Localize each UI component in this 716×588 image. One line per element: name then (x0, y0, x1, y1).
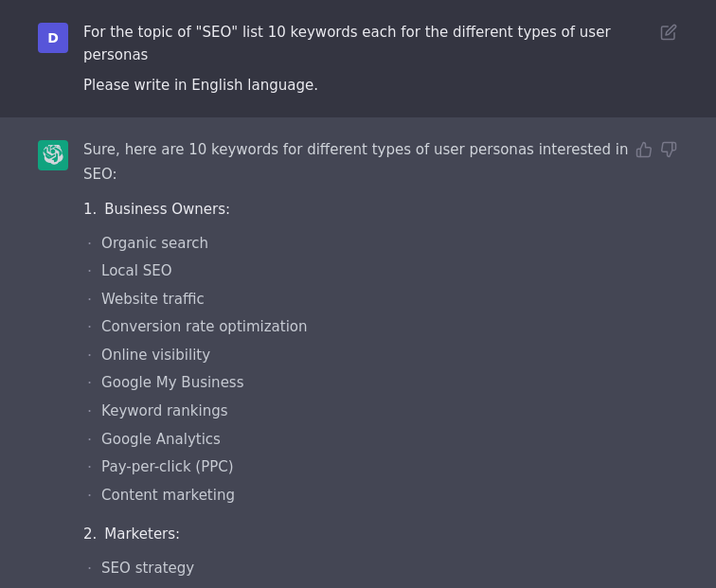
user-message-line1: For the topic of "SEO" list 10 keywords … (83, 21, 659, 66)
section-marketers: 2. Marketers: ·SEO strategy ·Keyword res… (83, 523, 635, 588)
section-2-title: Marketers: (104, 523, 180, 547)
list-item: ·Google Analytics (83, 428, 635, 453)
business-owners-keyword-list: ·Organic search ·Local SEO ·Website traf… (83, 232, 635, 508)
list-item: ·Organic search (83, 232, 635, 257)
list-item: ·Pay-per-click (PPC) (83, 455, 635, 480)
bullet-icon: · (87, 585, 92, 588)
bullet-icon: · (87, 315, 92, 340)
bullet-icon: · (87, 288, 92, 312)
edit-icon[interactable] (659, 23, 678, 42)
keyword-text: Online visibility (101, 344, 210, 368)
assistant-message-top-row: Sure, here are 10 keywords for different… (83, 138, 678, 588)
bullet-icon: · (87, 259, 92, 284)
section-2-number: 2. (83, 523, 97, 547)
marketers-keyword-list: ·SEO strategy ·Keyword research ·On-page… (83, 557, 635, 588)
assistant-intro: Sure, here are 10 keywords for different… (83, 138, 635, 187)
keyword-text: SEO strategy (101, 557, 194, 581)
user-message-line2: Please write in English language. (83, 74, 659, 97)
assistant-message: Sure, here are 10 keywords for different… (0, 117, 716, 588)
user-message: D For the topic of "SEO" list 10 keyword… (0, 0, 716, 117)
bullet-icon: · (87, 428, 92, 453)
list-item: ·Conversion rate optimization (83, 315, 635, 340)
bullet-icon: · (87, 400, 92, 424)
list-item: ·Local SEO (83, 259, 635, 284)
keyword-text: Keyword research (101, 585, 228, 588)
list-item: ·Google My Business (83, 371, 635, 396)
assistant-vote-actions (635, 140, 678, 159)
keyword-text: Website traffic (101, 288, 205, 312)
user-message-actions (659, 23, 678, 42)
bullet-icon: · (87, 557, 92, 581)
bullet-icon: · (87, 371, 92, 396)
user-message-text: For the topic of "SEO" list 10 keywords … (83, 21, 659, 97)
list-item: ·Keyword rankings (83, 400, 635, 424)
assistant-message-text: Sure, here are 10 keywords for different… (83, 138, 635, 588)
section-2-label: 2. Marketers: (83, 523, 635, 547)
list-item: ·Content marketing (83, 484, 635, 508)
keyword-text: Conversion rate optimization (101, 315, 307, 340)
bullet-icon: · (87, 455, 92, 480)
user-message-top-row: For the topic of "SEO" list 10 keywords … (83, 21, 678, 97)
list-item: ·Keyword research (83, 585, 635, 588)
assistant-message-content: Sure, here are 10 keywords for different… (83, 138, 678, 588)
bullet-icon: · (87, 484, 92, 508)
keyword-text: Google Analytics (101, 428, 221, 453)
section-business-owners: 1. Business Owners: ·Organic search ·Loc… (83, 198, 635, 508)
keyword-text: Organic search (101, 232, 208, 257)
user-message-content: For the topic of "SEO" list 10 keywords … (83, 21, 678, 97)
user-avatar: D (38, 23, 68, 53)
user-avatar-label: D (47, 27, 59, 48)
chat-container: D For the topic of "SEO" list 10 keyword… (0, 0, 716, 588)
section-1-label: 1. Business Owners: (83, 198, 635, 223)
bullet-icon: · (87, 232, 92, 257)
keyword-text: Local SEO (101, 259, 171, 284)
keyword-text: Content marketing (101, 484, 235, 508)
list-item: ·SEO strategy (83, 557, 635, 581)
keyword-text: Pay-per-click (PPC) (101, 455, 234, 480)
keyword-text: Keyword rankings (101, 400, 227, 424)
section-1-title: Business Owners: (104, 198, 230, 223)
assistant-avatar (38, 140, 68, 170)
list-item: ·Website traffic (83, 288, 635, 312)
thumbs-up-icon[interactable] (635, 140, 653, 159)
section-1-number: 1. (83, 198, 97, 223)
list-item: ·Online visibility (83, 344, 635, 368)
keyword-text: Google My Business (101, 371, 243, 396)
bullet-icon: · (87, 344, 92, 368)
thumbs-down-icon[interactable] (659, 140, 678, 159)
